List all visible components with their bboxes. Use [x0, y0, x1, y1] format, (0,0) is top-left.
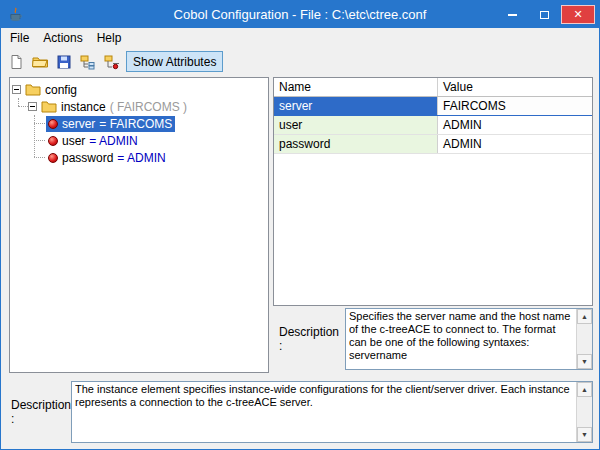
- tree-item-name: server: [62, 117, 95, 131]
- tree-item-user[interactable]: user = ADMIN: [46, 132, 266, 149]
- open-file-button[interactable]: [28, 50, 52, 73]
- title-bar[interactable]: Cobol Configuration - File : C:\etc\ctre…: [1, 1, 599, 28]
- cell-value[interactable]: ADMIN: [438, 116, 592, 134]
- maximize-button[interactable]: [529, 5, 559, 25]
- tree-item-value: = ADMIN: [117, 151, 165, 165]
- tree-node-instance[interactable]: instance ( FAIRCOMS ): [28, 98, 266, 115]
- element-description-section: Description : The instance element speci…: [9, 381, 593, 443]
- tree-connector: [18, 106, 28, 107]
- scroll-down-icon[interactable]: ▼: [577, 354, 592, 369]
- close-button[interactable]: ✕: [561, 5, 595, 24]
- tree-attributes-icon: [104, 54, 121, 70]
- cell-name[interactable]: user: [274, 116, 438, 134]
- attributes-table: Name Value server FAIRCOMS user ADMIN pa…: [273, 77, 593, 306]
- cell-value[interactable]: ADMIN: [438, 135, 592, 153]
- element-description-box[interactable]: The instance element specifies instance-…: [71, 381, 593, 443]
- cell-name[interactable]: server: [274, 97, 438, 115]
- tree-node-suffix: ( FAIRCOMS ): [110, 100, 187, 114]
- tree-item-value: = ADMIN: [89, 134, 137, 148]
- minimize-button[interactable]: [497, 5, 527, 25]
- cell-value[interactable]: FAIRCOMS: [438, 97, 592, 115]
- menu-actions[interactable]: Actions: [36, 29, 89, 47]
- open-folder-icon: [32, 54, 49, 70]
- column-header-name[interactable]: Name: [274, 78, 438, 96]
- minimize-icon: [508, 14, 517, 16]
- tree-view-icon: [80, 54, 97, 70]
- java-app-icon: [7, 7, 23, 23]
- table-row-user[interactable]: user ADMIN: [274, 116, 592, 135]
- tree-node-label: config: [45, 83, 77, 97]
- menu-help[interactable]: Help: [90, 29, 129, 47]
- show-attributes-button[interactable]: Show Attributes: [126, 51, 223, 72]
- config-tree: config instance ( FAIRCOMS ) server = FA…: [9, 77, 269, 373]
- tree-connector: [34, 157, 45, 158]
- scroll-down-icon[interactable]: ▼: [577, 427, 592, 442]
- folder-icon: [41, 100, 57, 113]
- column-header-value[interactable]: Value: [438, 78, 592, 96]
- element-description-label: Description :: [9, 381, 71, 443]
- tree-item-name: user: [62, 134, 85, 148]
- collapse-tree-button[interactable]: [100, 50, 124, 73]
- attribute-description-text: Specifies the server name and the host n…: [349, 310, 575, 368]
- scroll-up-icon[interactable]: ▲: [577, 382, 592, 397]
- tree-connector: [34, 115, 35, 157]
- table-header: Name Value: [274, 78, 592, 97]
- menu-bar: File Actions Help: [1, 28, 599, 48]
- attribute-icon: [48, 153, 58, 163]
- collapse-handle-icon[interactable]: [12, 85, 21, 94]
- tree-node-config[interactable]: config: [12, 81, 266, 98]
- menu-file[interactable]: File: [3, 29, 36, 47]
- tree-item-password[interactable]: password = ADMIN: [46, 149, 266, 166]
- tree-item-name: password: [62, 151, 113, 165]
- scrollbar[interactable]: ▲ ▼: [576, 309, 592, 369]
- folder-icon: [25, 83, 41, 96]
- tree-item-value: = FAIRCOMS: [99, 117, 172, 131]
- attribute-description-label: Description :: [273, 308, 345, 370]
- scrollbar[interactable]: ▲ ▼: [576, 382, 592, 442]
- scroll-up-icon[interactable]: ▲: [577, 309, 592, 324]
- expand-tree-button[interactable]: [76, 50, 100, 73]
- toolbar: Show Attributes: [1, 48, 599, 75]
- table-row-server[interactable]: server FAIRCOMS: [274, 97, 592, 116]
- attribute-description-section: Description : Specifies the server name …: [273, 308, 593, 370]
- tree-connector: [34, 140, 45, 141]
- new-file-icon: [8, 54, 24, 70]
- save-icon: [56, 54, 72, 70]
- close-icon: ✕: [573, 8, 582, 21]
- save-button[interactable]: [52, 50, 76, 73]
- attribute-icon: [48, 119, 58, 129]
- new-file-button[interactable]: [4, 50, 28, 73]
- app-window: Cobol Configuration - File : C:\etc\ctre…: [0, 0, 600, 450]
- table-row-password[interactable]: password ADMIN: [274, 135, 592, 154]
- attribute-icon: [48, 136, 58, 146]
- collapse-handle-icon[interactable]: [28, 102, 37, 111]
- tree-item-server[interactable]: server = FAIRCOMS: [46, 115, 266, 132]
- attribute-description-box[interactable]: Specifies the server name and the host n…: [345, 308, 593, 370]
- tree-connector: [18, 98, 19, 106]
- tree-node-label: instance: [61, 100, 106, 114]
- cell-name[interactable]: password: [274, 135, 438, 153]
- element-description-text: The instance element specifies instance-…: [75, 383, 575, 441]
- maximize-icon: [540, 11, 549, 19]
- tree-connector: [34, 123, 45, 124]
